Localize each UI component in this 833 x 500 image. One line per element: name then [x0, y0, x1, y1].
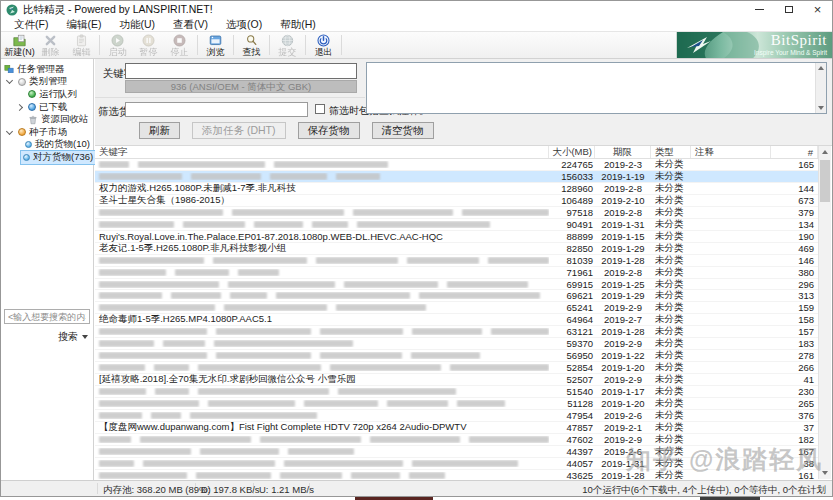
cell-keyword — [95, 352, 549, 359]
col-keyword[interactable]: 关键字 — [95, 146, 549, 158]
cell-count: 158 — [771, 314, 818, 325]
menu-item-4[interactable]: 查看(V) — [164, 18, 217, 31]
clear-goods-button[interactable]: 清空货物 — [372, 122, 434, 139]
table-row[interactable]: 904912019-1-31未分类134 — [95, 219, 818, 231]
status-download-speed: D: 197.8 KB/s — [201, 484, 260, 495]
toolbar-new-button[interactable]: 新建(N) — [4, 32, 35, 58]
cell-keyword — [95, 161, 549, 168]
close-button[interactable]: × — [803, 1, 832, 18]
toolbar-submit-label: 提交 — [279, 47, 297, 57]
tree-item-highlight: 对方货物(736) — [20, 150, 96, 165]
table-row[interactable]: 老友记.1-5季.H265.1080P.非凡科技影视小组828502019-1-… — [95, 243, 818, 255]
cell-date: 2019-1-28 — [595, 255, 651, 266]
sidebar-search-input[interactable] — [4, 309, 90, 324]
cell-count: 376 — [771, 410, 818, 421]
result-listbox[interactable] — [366, 62, 827, 114]
table-row[interactable]: 696212019-1-29未分类313 — [95, 290, 818, 302]
toolbar-find-button[interactable]: 查找 — [236, 32, 267, 58]
cell-date: 2019-1-22 — [595, 350, 651, 361]
toolbar-browse-label: 浏览 — [207, 47, 225, 57]
cell-keyword — [95, 209, 549, 216]
col-type[interactable]: 类型 — [651, 146, 691, 158]
toolbar-stop-button: 停止 — [164, 32, 195, 58]
table-row[interactable]: 绝命毒师1-5季.H265.MP4.1080P.AAC5.1649642019-… — [95, 314, 818, 326]
cell-count: 41 — [771, 374, 818, 385]
redacted-text — [99, 400, 549, 407]
menu-item-6[interactable]: 帮助(H) — [271, 18, 325, 31]
cell-size: 52507 — [549, 374, 595, 385]
filter-input[interactable] — [125, 102, 308, 117]
table-scrollbar[interactable] — [818, 146, 831, 479]
menu-item-3[interactable]: 功能(U) — [110, 18, 164, 31]
cell-keyword — [95, 304, 549, 311]
table-row[interactable]: 515402019-1-17未分类230 — [95, 386, 818, 398]
table-row[interactable]: 593702019-2-9未分类183 — [95, 338, 818, 350]
cell-size: 56950 — [549, 350, 595, 361]
table-row[interactable]: 圣斗士星矢合集（1986-2015）1064892019-2-10未分类673 — [95, 195, 818, 207]
cell-date: 2019-1-19 — [595, 171, 651, 182]
sidebar-search-button[interactable]: 搜索 — [58, 330, 88, 344]
table-row[interactable]: 810392019-1-28未分类146 — [95, 255, 818, 267]
status-task-summary: 10个运行中(6个下载中, 4个上传中), 0个等待中, 0个在计划 — [582, 484, 826, 497]
save-goods-button[interactable]: 保存货物 — [298, 122, 360, 139]
cell-size: 69915 — [549, 279, 595, 290]
cell-count: 313 — [771, 290, 818, 301]
toolbar-browse-button[interactable]: 浏览 — [200, 32, 231, 58]
scrollbar-thumb[interactable] — [820, 160, 830, 202]
menu-bar: 文件(F)编辑(E)功能(U)查看(V)选项(O)帮助(H) — [1, 18, 832, 31]
cell-keyword — [95, 281, 549, 288]
table-row[interactable]: 511282019-1-20未分类265 — [95, 398, 818, 410]
stop-icon — [173, 34, 186, 47]
toolbar-exit-button[interactable]: 退出 — [308, 32, 339, 58]
col-comment[interactable]: 注释 — [691, 146, 771, 158]
chevron-right-icon[interactable] — [16, 104, 23, 111]
scroll-down-icon[interactable] — [816, 103, 826, 113]
col-size[interactable]: 大小(MB) — [549, 146, 595, 158]
cell-size: 47954 — [549, 410, 595, 421]
table-row[interactable]: 【度盘网www.dupanwang.com】Fist Fight Complet… — [95, 422, 818, 434]
find-icon — [245, 34, 258, 47]
col-date[interactable]: 期限 — [595, 146, 651, 158]
scroll-up-icon[interactable] — [816, 63, 826, 73]
menu-item-1[interactable]: 文件(F) — [5, 18, 57, 31]
tree-item-7[interactable]: 对方货物(736) — [1, 151, 93, 164]
cell-keyword — [95, 328, 549, 335]
menu-item-5[interactable]: 选项(O) — [217, 18, 271, 31]
table-row[interactable]: 719612019-2-8未分类380 — [95, 267, 818, 279]
chevron-down-icon[interactable] — [6, 77, 13, 84]
table-row[interactable]: [延禧攻略.2018].全70集无水印.求剧秒回微信公众号 小雪乐园525072… — [95, 374, 818, 386]
chevron-down-icon[interactable] — [6, 128, 13, 135]
menu-item-2[interactable]: 编辑(E) — [57, 18, 110, 31]
minimize-button[interactable] — [745, 1, 774, 18]
table-row[interactable]: 631212019-1-28未分类157 — [95, 326, 818, 338]
cell-date: 2019-1-29 — [595, 290, 651, 301]
table-row[interactable]: 2247652019-2-3未分类165 — [95, 159, 818, 171]
cell-date: 2019-1-17 — [595, 386, 651, 397]
col-count[interactable]: # — [771, 146, 818, 158]
cell-size: 106489 — [549, 195, 595, 206]
cell-size: 224765 — [549, 159, 595, 170]
cell-keyword — [95, 269, 549, 276]
redacted-text — [99, 352, 549, 359]
toolbar-start-label: 启动 — [109, 47, 127, 57]
cell-size: 64964 — [549, 314, 595, 325]
include-comments-checkbox[interactable] — [315, 104, 325, 114]
cell-keyword — [95, 448, 549, 455]
cell-size: 82850 — [549, 243, 595, 254]
scroll-up-icon[interactable] — [819, 146, 831, 158]
table-row[interactable]: 699152019-1-25未分类296 — [95, 279, 818, 291]
refresh-button[interactable]: 刷新 — [139, 122, 180, 139]
cell-size: 63121 — [549, 326, 595, 337]
table-header: 关键字 大小(MB) 期限 类型 注释 # — [95, 146, 818, 159]
maximize-button[interactable] — [774, 1, 803, 18]
toolbar-separator — [341, 35, 342, 55]
screenshot-stage: 比特精灵 - Powered by LANSPIRIT.NET! × 文件(F)… — [0, 0, 833, 500]
listbox-scrollbar[interactable] — [815, 63, 826, 113]
redacted-text — [99, 340, 549, 347]
goods-table: 关键字 大小(MB) 期限 类型 注释 # 2247652019-2-3未分类1… — [95, 146, 832, 480]
table-row[interactable]: 569502019-1-22未分类278 — [95, 350, 818, 362]
keyword-input[interactable] — [125, 63, 357, 79]
redacted-text — [99, 269, 549, 276]
table-row[interactable]: 975182019-2-8未分类379 — [95, 207, 818, 219]
redacted-text — [99, 173, 549, 180]
